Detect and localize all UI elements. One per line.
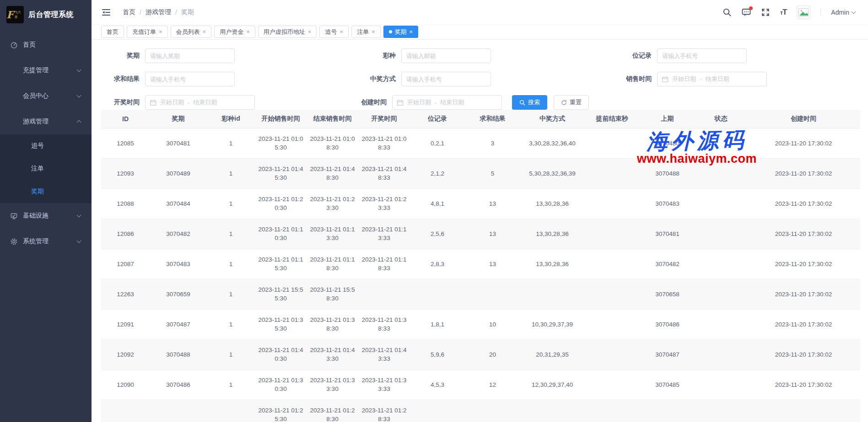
table-cell: 2023-11-21 15:55:30 [255, 279, 307, 309]
sidebar-item-recharge[interactable]: 充提管理 [0, 58, 92, 83]
sidebar-item-infrastructure[interactable]: 基础设施 [0, 203, 92, 229]
sidebar-item-jiangqi[interactable]: 奖期 [0, 180, 92, 203]
table-cell: 2023-11-20 17:30:02 [747, 339, 860, 369]
table-row[interactable]: 12086307048212023-11-21 01:10:302023-11-… [101, 219, 860, 249]
breadcrumb-games[interactable]: 游戏管理 [146, 8, 171, 16]
xiaoshou-daterange[interactable]: 开始日期 - 结束日期 [657, 72, 767, 86]
sidebar-item-members[interactable]: 会员中心 [0, 83, 92, 109]
sidebar-item-system[interactable]: 系统管理 [0, 229, 92, 254]
column-header: 彩种id [207, 110, 255, 128]
avatar[interactable] [797, 5, 810, 19]
chuangjian-daterange[interactable]: 开始日期 - 结束日期 [392, 95, 502, 110]
table-row[interactable]: 12093307048912023-11-21 01:45:302023-11-… [101, 158, 860, 188]
table-cell: 12087 [101, 249, 150, 279]
table-row[interactable]: 2023-11-21 01:25:302023-11-21 01:28:3020… [101, 400, 860, 422]
table-cell: 1 [207, 309, 255, 339]
table-cell: 12,30,29,37,40 [520, 369, 584, 400]
tab-close-icon[interactable]: × [340, 29, 343, 35]
table-cell: 2023-11-21 01:20:30 [255, 188, 307, 219]
tab-label: 用户资金 [220, 28, 243, 36]
fullscreen-icon[interactable] [761, 8, 770, 17]
sidebar-item-zhuihao[interactable]: 追号 [0, 134, 92, 157]
gear-icon [10, 238, 18, 246]
sidebar-item-label: 基础设施 [23, 212, 49, 220]
breadcrumb-current: 奖期 [181, 8, 194, 16]
message-icon[interactable] [742, 8, 751, 17]
table-cell: 1 [207, 158, 255, 188]
table-cell: 3070481 [150, 128, 207, 158]
jiangqi-input[interactable] [145, 48, 235, 63]
sidebar-item-zhudan[interactable]: 注单 [0, 157, 92, 180]
tab[interactable]: 首页 [101, 26, 124, 38]
logo-icon: F 飞六盘 [6, 6, 24, 23]
tab-close-icon[interactable]: × [246, 29, 250, 35]
tab[interactable]: 用户虚拟币地址 × [258, 26, 317, 38]
reset-button[interactable]: 重置 [554, 95, 589, 110]
table-cell: 4,8,1 [410, 188, 465, 219]
tab-close-icon[interactable]: × [159, 29, 162, 35]
user-name: Admin [831, 9, 849, 16]
table-cell: 3070481 [640, 219, 695, 249]
table-row[interactable]: 12091307048712023-11-21 01:35:302023-11-… [101, 309, 860, 339]
tab[interactable]: 注单 × [351, 26, 381, 38]
tab-close-icon[interactable]: × [308, 29, 312, 35]
search-button[interactable]: 搜索 [512, 95, 547, 110]
filter-field-caizhong: 彩种 [357, 48, 614, 63]
tab-close-icon[interactable]: × [203, 29, 206, 35]
table-row[interactable]: 12085307048112023-11-21 01:05:302023-11-… [101, 128, 860, 158]
date-start-placeholder: 开始日期 [160, 98, 184, 107]
dashboard-icon [10, 41, 18, 49]
table-cell [695, 158, 747, 188]
sidebar-item-games[interactable]: 游戏管理 [0, 109, 92, 134]
caizhong-input[interactable] [401, 48, 491, 63]
tab[interactable]: 奖期 × [383, 26, 419, 38]
table-row[interactable]: 12088307048412023-11-21 01:20:302023-11-… [101, 188, 860, 219]
table-cell [465, 279, 520, 309]
sidebar-item-label: 充提管理 [23, 66, 49, 75]
table-cell [695, 249, 747, 279]
table-cell: 12092 [101, 339, 150, 369]
table-cell: 10,30,29,37,39 [520, 309, 584, 339]
table-row[interactable]: 12087307048312023-11-21 01:15:302023-11-… [101, 249, 860, 279]
tab-close-icon[interactable]: × [410, 29, 413, 35]
table-cell: 2023-11-21 01:28:30 [307, 400, 358, 422]
user-menu[interactable]: Admin [831, 9, 855, 16]
sidebar-item-home[interactable]: 首页 [0, 32, 92, 58]
table-cell: 2023-11-20 17:30:02 [747, 249, 860, 279]
table-cell: 1,8,1 [410, 309, 465, 339]
tab[interactable]: 用户资金 × [214, 26, 255, 38]
table-cell: 13,30,28,36 [520, 188, 584, 219]
table-row[interactable]: 12092307048812023-11-21 01:40:302023-11-… [101, 339, 860, 369]
table-cell [695, 309, 747, 339]
kaijiang-daterange[interactable]: 开始日期 - 结束日期 [145, 95, 255, 110]
weijilu-input[interactable] [657, 48, 747, 63]
search-icon[interactable] [722, 8, 732, 17]
qiuhe-input[interactable] [145, 72, 235, 86]
filter-field-weijilu: 位记录 [613, 48, 860, 63]
tab[interactable]: 充值订单 × [127, 26, 168, 38]
table-cell: 1 [207, 219, 255, 249]
table-row[interactable]: 12263307065912023-11-21 15:55:302023-11-… [101, 279, 860, 309]
fontsize-icon[interactable]: тT [780, 8, 787, 17]
filter-field-jiangqi: 奖期 [101, 48, 357, 63]
table-cell: 2023-11-21 01:30:30 [255, 369, 307, 400]
tab[interactable]: 追号 × [319, 26, 349, 38]
tab-label: 奖期 [395, 28, 407, 36]
table-cell: 2023-11-21 01:18:33 [358, 249, 410, 279]
breadcrumb-home[interactable]: 首页 [123, 8, 135, 16]
table-cell: 2023-11-21 15:58:30 [307, 279, 358, 309]
column-header: 提前结束秒 [584, 110, 640, 128]
board-icon [10, 212, 18, 220]
tab-close-icon[interactable]: × [372, 29, 375, 35]
filter-row-2: 求和结果 中奖方式 销售时间 开始日期 - 结束日期 [101, 72, 860, 86]
tab[interactable]: 会员列表 × [171, 26, 212, 38]
filter-row-3: 开奖时间 开始日期 - 结束日期 创建时间 [101, 95, 860, 110]
table-cell: 5,9,6 [410, 339, 465, 369]
sidebar-item-label: 首页 [23, 41, 36, 49]
table-cell: 3070489 [150, 158, 207, 188]
collapse-sidebar-icon[interactable] [102, 8, 111, 16]
date-start-placeholder: 开始日期 [672, 75, 696, 83]
table-row[interactable]: 12090307048612023-11-21 01:30:302023-11-… [101, 369, 860, 400]
zhongjiang-input[interactable] [401, 72, 491, 86]
table-cell [747, 400, 860, 422]
